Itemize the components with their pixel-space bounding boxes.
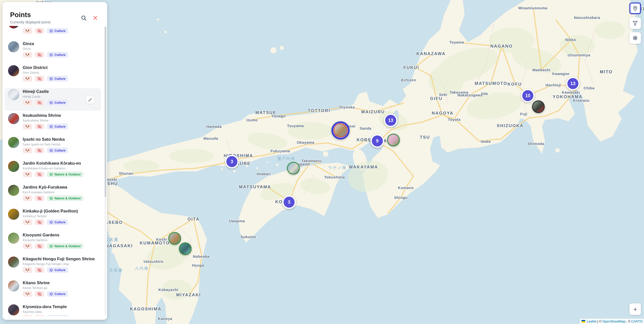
list-item[interactable]: 🐶 Culture	[5, 26, 101, 39]
map-label: Echizen	[401, 78, 416, 82]
avatar	[8, 257, 19, 268]
photo-marker-hakone-cars[interactable]	[532, 100, 545, 113]
plus-icon: +	[633, 306, 637, 312]
list-item[interactable]: Kitaguchi Hongu Fuji Sengen Shrine Kitag…	[5, 256, 101, 278]
list-item[interactable]: Itsukushima Shrine Itsukushima Shrine 🐶 …	[5, 112, 101, 135]
category-label: Culture	[54, 29, 66, 33]
cluster-marker[interactable]: 13	[384, 114, 397, 127]
cluster-marker[interactable]: 13	[566, 77, 580, 90]
map-label: Kobayashi	[158, 287, 178, 292]
category-label: Culture	[54, 125, 66, 128]
point-name: Iyashi no Sato Nenba	[23, 137, 65, 142]
badge-row: 🐶 Culture	[23, 315, 68, 316]
category-label: Culture	[54, 77, 66, 81]
edit-button[interactable]	[86, 96, 94, 104]
category-badge: Culture	[47, 267, 68, 273]
scrollbar-thumb[interactable]	[105, 27, 106, 197]
eye-off-icon	[38, 268, 42, 272]
eye-off-icon	[38, 244, 42, 248]
list-item[interactable]: Jardins Kyū-Furukawa Kyū-Furukawa Garden…	[5, 184, 101, 206]
dog-icon: 🐶	[25, 53, 29, 57]
hidden-badge	[35, 124, 44, 129]
pet-badge: 🐶	[23, 219, 32, 225]
avatar	[8, 41, 19, 52]
cube-icon	[49, 77, 53, 81]
list-item[interactable]: Kitano Shrine Kitano Tenman-gū 🐶 Culture	[5, 279, 101, 302]
filter-button[interactable]	[629, 17, 641, 29]
photo-marker-takachiho-gorge[interactable]	[179, 242, 192, 255]
map-label: Tokushima	[324, 175, 345, 179]
map-label: NAGANO	[490, 44, 513, 49]
photo-marker-aso-viewpoint[interactable]	[168, 232, 181, 245]
eye-off-icon	[38, 101, 42, 105]
badge-row: 🐶 Culture	[23, 76, 68, 82]
carto-link[interactable]: CARTO	[631, 319, 642, 323]
list-item[interactable]: Iyashi no Sato Nenba Saiko Iyashi-no-Sat…	[5, 136, 101, 159]
map-label: Kisarazu	[573, 98, 590, 102]
map-label: Kawagoe	[552, 71, 570, 76]
hidden-badge	[35, 100, 44, 105]
badge-row: 🐶 Nature & Outdoor	[23, 195, 83, 201]
pet-badge: 🐶	[23, 28, 32, 34]
category-badge: Culture	[47, 52, 68, 58]
cube-icon	[49, 268, 53, 272]
map-label: Yatsushiro	[143, 259, 164, 264]
settings-button[interactable]	[629, 32, 641, 44]
list-item[interactable]: Kinkaku-ji (Golden Pavilion) Kinkaku-ji …	[5, 208, 101, 230]
zoom-in-button[interactable]: +	[629, 303, 641, 315]
badge-row: 🐶 Culture	[23, 267, 68, 273]
point-name: Jardin Koishikawa Kōraku-en	[23, 161, 81, 166]
list-item[interactable]: Jardin Koishikawa Kōraku-en Koishikawa K…	[5, 160, 101, 183]
leaflet-link[interactable]: Leaflet	[587, 319, 597, 323]
cluster-marker[interactable]: 3	[282, 195, 296, 209]
point-subtitle: Kisoyumi Gardens	[23, 238, 47, 242]
cube-icon	[49, 149, 53, 152]
pin-icon	[632, 5, 638, 11]
close-icon[interactable]	[91, 14, 99, 22]
map-label: Okayama	[297, 140, 314, 145]
badge-row: 🐶 Nature & Outdoor	[23, 171, 83, 177]
points-list: 🐶 Culture Ginza Gi	[3, 26, 104, 316]
list-item[interactable]: Gion District Gion District 🐶 Culture	[5, 64, 101, 87]
map-label: TSU	[420, 135, 430, 140]
map-label: Tsuyama	[287, 124, 304, 128]
map-label: Iwata	[481, 139, 491, 143]
pet-badge: 🐶	[23, 148, 32, 153]
badge-row: 🐶 Culture	[23, 148, 68, 153]
photo-marker-nara-park[interactable]	[387, 134, 400, 146]
map-label: MATSUYAMA	[239, 185, 271, 190]
map-label: Iida	[481, 91, 488, 96]
map-label: Maebashi	[532, 68, 550, 72]
attribution-comma: , ©	[626, 319, 630, 323]
search-icon[interactable]	[80, 14, 87, 22]
locate-button[interactable]	[629, 3, 641, 14]
map-label: Fuji	[520, 112, 527, 116]
category-badge: Culture	[47, 28, 68, 34]
photo-marker-torii-viewpoint[interactable]	[287, 162, 300, 174]
list-item[interactable]: Kisoyumi Gardens Kisoyumi Gardens 🐶 Natu…	[5, 232, 101, 254]
map-label: Toyooka	[339, 105, 355, 109]
pet-badge: 🐶	[23, 195, 32, 201]
hidden-badge	[35, 148, 44, 153]
point-subtitle: Kinkaku-ji Temple	[23, 214, 46, 218]
list-item[interactable]: Himeji Castle Himeji Castle 🐶 Culture	[5, 88, 101, 111]
hidden-badge	[35, 243, 44, 249]
avatar	[8, 233, 19, 244]
cluster-marker[interactable]: 3	[225, 155, 239, 168]
map-label: FUKUI	[404, 65, 419, 70]
eye-off-icon	[38, 316, 42, 316]
eye-off-icon	[38, 149, 42, 153]
list-item[interactable]: Ginza Ginza 🐶 Culture	[5, 40, 101, 63]
point-subtitle: Itsukushima Shrine	[23, 119, 48, 122]
selected-marker-himeji-castle[interactable]	[331, 121, 350, 139]
category-badge: Nature & Outdoor	[47, 243, 83, 249]
dog-icon: 🐶	[25, 101, 29, 104]
cluster-marker[interactable]: 10	[521, 89, 535, 102]
dog-icon: 🐶	[25, 268, 29, 272]
map-label: Toyama	[449, 40, 464, 44]
openstreetmap-link[interactable]: OpenStreetMap	[602, 319, 625, 323]
category-badge: Culture	[47, 100, 68, 105]
list-item[interactable]: Kiyomizu-dera Temple Kiyomizu-dera 🐶 Cul…	[5, 303, 101, 316]
point-name: Kinkaku-ji (Golden Pavilion)	[23, 209, 78, 213]
cluster-marker[interactable]: 9	[371, 134, 384, 148]
